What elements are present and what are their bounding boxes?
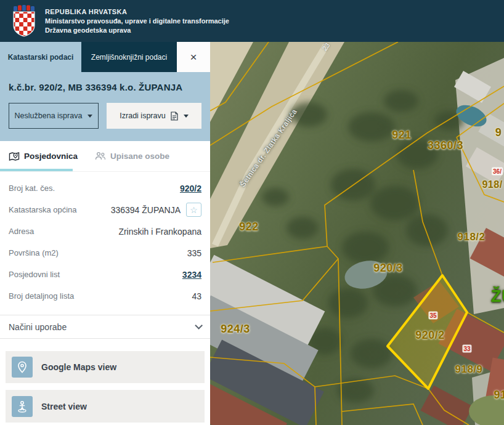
street-view-button[interactable]: Street view <box>6 390 205 423</box>
subtab-possession-sheet[interactable]: Posjedovnica <box>9 151 78 162</box>
possession-list-link[interactable]: 3234 <box>182 270 201 280</box>
field-row-address: Adresa Zrinskih i Frankopana <box>0 221 210 242</box>
tab-land-registry-label: Zemljišnoknjižni podaci <box>91 53 167 62</box>
house-number-36-partial: 36/ <box>492 168 503 176</box>
panel-tabbar: Katastarski podaci Zemljišnoknjižni poda… <box>0 42 210 72</box>
tab-cadastral-label: Katastarski podaci <box>8 53 74 62</box>
parcel-label-9-partial: 9 <box>495 126 502 139</box>
detail-sheet-value: 43 <box>192 291 201 301</box>
field-label: Broj detaljnog lista <box>9 291 74 301</box>
create-document-label: Izradi ispravu <box>120 111 165 120</box>
parcel-label-922: 922 <box>239 221 259 233</box>
app-header: REPUBLIKA HRVATSKA Ministarstvo pravosuđ… <box>0 0 504 42</box>
header-country: REPUBLIKA HRVATSKA <box>45 8 229 15</box>
cadastre-app: REPUBLIKA HRVATSKA Ministarstvo pravosuđ… <box>0 0 504 425</box>
map-pin-document-icon <box>9 151 20 162</box>
cadastral-number-link[interactable]: 920/2 <box>180 184 201 193</box>
unofficial-document-button[interactable]: Neslužbena isprava <box>9 103 99 129</box>
pegman-icon <box>12 396 33 417</box>
field-row-cadastral-municipality: Katastarska općina 336394 ŽUPANJA ☆ <box>0 199 210 221</box>
document-buttons: Neslužbena isprava Izradi ispravu <box>9 103 201 129</box>
parcel-sidebar: k.č.br. 920/2, MB 336394 k.o. ŽUPANJA Ne… <box>0 72 210 425</box>
field-row-area: Površina (m2) 335 <box>0 242 210 264</box>
unofficial-document-label: Neslužbena isprava <box>15 111 83 120</box>
settlement-label-zupanja-partial: ŽU <box>491 287 504 306</box>
house-number-35: 35 <box>428 312 437 320</box>
people-icon <box>95 152 106 161</box>
subtab-persons-label: Upisane osobe <box>110 152 169 161</box>
field-label: Katastarska općina <box>9 205 77 214</box>
parcel-label-920-3: 920/3 <box>373 262 403 275</box>
municipality-value: 336394 ŽUPANJA ☆ <box>111 203 201 217</box>
caret-down-icon <box>184 115 189 118</box>
chevron-down-icon <box>195 322 203 330</box>
caret-down-icon <box>87 115 92 118</box>
field-label: Posjedovni list <box>9 270 60 279</box>
close-icon: × <box>190 51 197 64</box>
header-ministry: Ministarstvo pravosuđa, uprave i digital… <box>45 17 229 25</box>
parcel-label-921: 921 <box>392 129 412 142</box>
google-maps-view-button[interactable]: Google Maps view <box>6 351 205 383</box>
google-maps-view-label: Google Maps view <box>41 362 116 372</box>
parcel-fields: Broj kat. čes. 920/2 Katastarska općina … <box>0 177 210 307</box>
parcel-label-918-9: 918/9 <box>455 363 482 376</box>
create-document-button[interactable]: Izradi ispravu <box>107 103 201 129</box>
usage-modes-accordion[interactable]: Načini uporabe <box>0 315 210 339</box>
field-label: Površina (m2) <box>9 248 59 257</box>
field-label: Broj kat. čes. <box>9 184 55 193</box>
street-view-label: Street view <box>41 402 87 411</box>
field-row-possession-list: Posjedovni list 3234 <box>0 264 210 285</box>
area-value: 335 <box>187 248 201 258</box>
field-row-cadastral-number: Broj kat. čes. 920/2 <box>0 177 210 199</box>
parcel-label-920-2: 920/2 <box>415 329 445 342</box>
address-value: Zrinskih i Frankopana <box>118 227 201 237</box>
parcel-label-924-3: 924/3 <box>221 323 250 336</box>
municipality-text: 336394 ŽUPANJA <box>111 205 181 215</box>
subtab-registered-persons[interactable]: Upisane osobe <box>95 152 169 161</box>
header-titles: REPUBLIKA HRVATSKA Ministarstvo pravosuđ… <box>45 8 229 34</box>
parcel-label-918-2: 918/2 <box>457 231 485 243</box>
subtab-possession-label: Posjedovnica <box>24 152 78 161</box>
tab-cadastral-data[interactable]: Katastarski podaci <box>0 42 81 72</box>
header-agency: Državna geodetska uprava <box>45 26 229 34</box>
field-label: Adresa <box>9 227 34 236</box>
detail-subtabs: Posjedovnica Upisane osobe <box>0 141 210 172</box>
active-subtab-underline <box>0 169 73 171</box>
cadastral-map[interactable]: Šetnica dr. Zlatka Kraljića 23 921 3360/… <box>210 42 504 425</box>
parcel-label-918-partial: 918/ <box>482 179 502 190</box>
usage-modes-label: Načini uporabe <box>9 322 67 332</box>
house-number-33: 33 <box>462 345 471 353</box>
parcel-label-91-partial: 91 <box>494 389 504 402</box>
star-icon: ☆ <box>190 205 198 215</box>
parcel-label-3360-3: 3360/3 <box>428 139 463 152</box>
field-row-detail-sheet: Broj detaljnog lista 43 <box>0 285 210 307</box>
parcel-title: k.č.br. 920/2, MB 336394 k.o. ŽUPANJA <box>9 82 201 92</box>
tab-land-registry-data[interactable]: Zemljišnoknjižni podaci <box>81 42 177 72</box>
favorite-star-button[interactable]: ☆ <box>186 203 201 217</box>
document-icon <box>171 111 178 121</box>
parcel-header-panel: k.č.br. 920/2, MB 336394 k.o. ŽUPANJA Ne… <box>0 72 210 141</box>
close-panel-button[interactable]: × <box>177 42 210 72</box>
croatian-coat-of-arms-icon <box>11 5 37 37</box>
map-pin-icon <box>12 357 33 378</box>
